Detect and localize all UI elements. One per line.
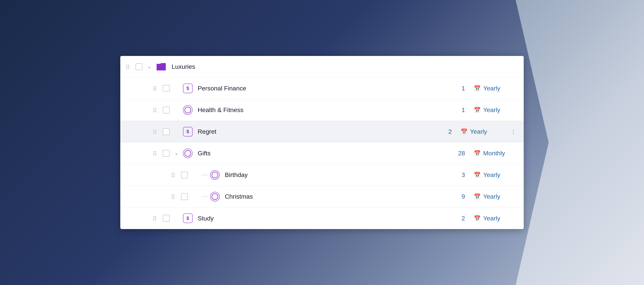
checkbox-luxuries[interactable] [136, 64, 142, 70]
row-regret-count: 2 [437, 128, 452, 135]
calendar-icon: 📅 [474, 215, 480, 222]
row-study: $ Study 2 📅 Yearly [120, 208, 524, 229]
row-personal-finance-count: 1 [450, 85, 465, 92]
tree-connector-christmas [201, 196, 208, 197]
row-christmas: Christmas 9 📅 Yearly [120, 186, 524, 208]
row-luxuries: ⌄ Luxuries [120, 56, 524, 78]
row-study-name: Study [198, 215, 450, 222]
chevron-gifts[interactable]: ⌄ [173, 150, 180, 157]
calendar-icon: 📅 [474, 193, 480, 200]
checkbox-birthday[interactable] [181, 172, 188, 178]
checkbox-gifts[interactable] [163, 150, 170, 156]
row-birthday-frequency: 📅 Yearly [474, 171, 518, 178]
calendar-icon: 📅 [474, 172, 480, 178]
chevron-luxuries[interactable]: ⌄ [146, 63, 153, 70]
calendar-icon: 📅 [461, 128, 468, 135]
row-regret-frequency: 📅 Yearly [461, 128, 505, 135]
row-christmas-name: Christmas [225, 193, 450, 200]
row-health-fitness-count: 1 [450, 106, 465, 114]
drag-handle[interactable] [172, 173, 177, 177]
checkbox-regret[interactable] [163, 128, 170, 135]
circle-icon-birthday [210, 170, 220, 180]
drag-handle[interactable] [126, 64, 131, 69]
drag-handle[interactable] [153, 216, 158, 220]
drag-handle[interactable] [172, 194, 177, 199]
row-gifts-count: 28 [450, 150, 465, 157]
row-luxuries-name: Luxuries [172, 63, 518, 70]
row-personal-finance-frequency: 📅 Yearly [474, 85, 518, 92]
svg-rect-0 [156, 64, 166, 70]
checkbox-personal-finance[interactable] [163, 85, 170, 92]
more-options-button-regret[interactable]: ⋮ [509, 127, 518, 136]
checkbox-christmas[interactable] [181, 193, 188, 200]
row-health-fitness: Health & Fitness 1 📅 Yearly [120, 99, 524, 121]
circle-icon-gifts [183, 148, 192, 158]
row-christmas-count: 9 [450, 193, 465, 200]
main-card: ⌄ Luxuries $ Personal Finance 1 📅 Yearly [120, 56, 524, 229]
dollar-box-icon-regret: $ [183, 127, 192, 136]
row-study-frequency: 📅 Yearly [474, 215, 518, 222]
row-birthday-name: Birthday [225, 171, 450, 178]
row-birthday-count: 3 [450, 171, 465, 178]
drag-handle[interactable] [153, 108, 158, 112]
checkbox-health-fitness[interactable] [163, 107, 170, 113]
row-gifts: ⌄ Gifts 28 📅 Monthly [120, 142, 524, 164]
row-birthday: Birthday 3 📅 Yearly [120, 164, 524, 186]
calendar-icon: 📅 [474, 85, 480, 92]
row-health-fitness-frequency: 📅 Yearly [474, 106, 518, 114]
row-personal-finance-name: Personal Finance [198, 85, 450, 92]
calendar-icon: 📅 [474, 150, 480, 156]
row-study-count: 2 [450, 215, 465, 222]
row-christmas-frequency: 📅 Yearly [474, 193, 518, 200]
row-personal-finance: $ Personal Finance 1 📅 Yearly [120, 78, 524, 99]
row-gifts-name: Gifts [198, 150, 450, 157]
row-regret-name: Regret [198, 128, 437, 135]
row-health-fitness-name: Health & Fitness [198, 106, 450, 114]
dollar-box-icon-personal-finance: $ [183, 84, 192, 93]
drag-handle[interactable] [153, 130, 158, 134]
checkbox-study[interactable] [163, 215, 170, 222]
folder-icon [156, 62, 166, 71]
calendar-icon: 📅 [474, 107, 480, 113]
row-gifts-frequency: 📅 Monthly [474, 150, 518, 157]
tree-connector-birthday [201, 175, 208, 175]
drag-handle[interactable] [153, 86, 158, 90]
circle-icon-health-fitness [183, 105, 192, 115]
circle-icon-christmas [210, 192, 220, 201]
dollar-box-icon-study: $ [183, 214, 192, 223]
drag-handle[interactable] [153, 151, 158, 156]
row-regret: $ Regret 2 📅 Yearly ⋮ [120, 121, 524, 142]
